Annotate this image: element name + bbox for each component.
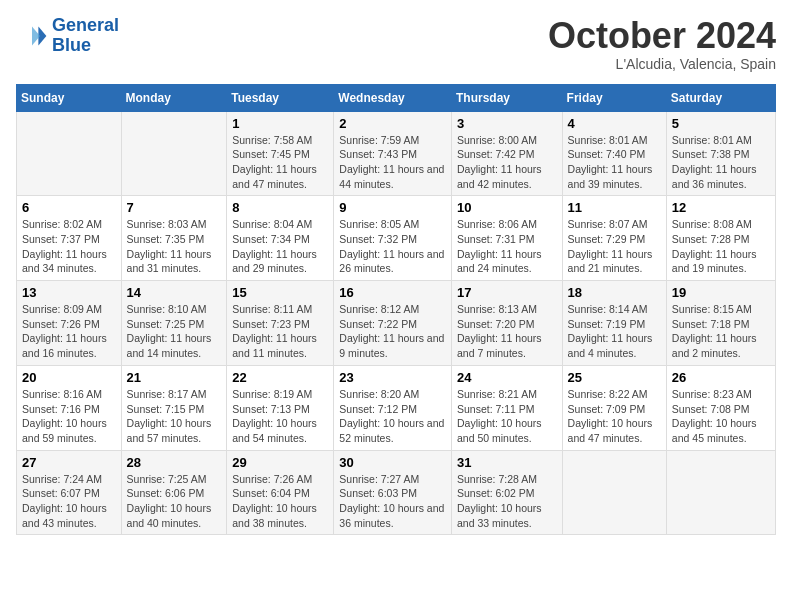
- calendar-table: SundayMondayTuesdayWednesdayThursdayFrid…: [16, 84, 776, 536]
- day-cell: 27 Sunrise: 7:24 AM Sunset: 6:07 PM Dayl…: [17, 450, 122, 535]
- day-cell: 26 Sunrise: 8:23 AM Sunset: 7:08 PM Dayl…: [666, 365, 775, 450]
- sunrise: Sunrise: 8:05 AM: [339, 217, 446, 232]
- day-number: 17: [457, 285, 557, 300]
- week-row-3: 13 Sunrise: 8:09 AM Sunset: 7:26 PM Dayl…: [17, 281, 776, 366]
- day-number: 15: [232, 285, 328, 300]
- sunset: Sunset: 7:22 PM: [339, 317, 446, 332]
- day-info: Sunrise: 8:01 AM Sunset: 7:38 PM Dayligh…: [672, 133, 770, 192]
- day-info: Sunrise: 7:59 AM Sunset: 7:43 PM Dayligh…: [339, 133, 446, 192]
- daylight: Daylight: 11 hours and 39 minutes.: [568, 162, 661, 191]
- daylight: Daylight: 11 hours and 9 minutes.: [339, 331, 446, 360]
- sunrise: Sunrise: 8:17 AM: [127, 387, 222, 402]
- sunrise: Sunrise: 8:03 AM: [127, 217, 222, 232]
- title-block: October 2024 L'Alcudia, Valencia, Spain: [548, 16, 776, 72]
- col-header-thursday: Thursday: [451, 84, 562, 111]
- day-cell: 16 Sunrise: 8:12 AM Sunset: 7:22 PM Dayl…: [334, 281, 452, 366]
- sunset: Sunset: 7:25 PM: [127, 317, 222, 332]
- logo-icon: [16, 20, 48, 52]
- daylight: Daylight: 10 hours and 52 minutes.: [339, 416, 446, 445]
- day-number: 1: [232, 116, 328, 131]
- calendar-header-row: SundayMondayTuesdayWednesdayThursdayFrid…: [17, 84, 776, 111]
- day-number: 24: [457, 370, 557, 385]
- day-number: 3: [457, 116, 557, 131]
- sunset: Sunset: 7:42 PM: [457, 147, 557, 162]
- daylight: Daylight: 11 hours and 16 minutes.: [22, 331, 116, 360]
- sunrise: Sunrise: 8:12 AM: [339, 302, 446, 317]
- day-cell: 6 Sunrise: 8:02 AM Sunset: 7:37 PM Dayli…: [17, 196, 122, 281]
- day-cell: [121, 111, 227, 196]
- sunrise: Sunrise: 8:08 AM: [672, 217, 770, 232]
- day-info: Sunrise: 7:58 AM Sunset: 7:45 PM Dayligh…: [232, 133, 328, 192]
- sunset: Sunset: 7:12 PM: [339, 402, 446, 417]
- day-number: 16: [339, 285, 446, 300]
- day-info: Sunrise: 8:07 AM Sunset: 7:29 PM Dayligh…: [568, 217, 661, 276]
- day-number: 4: [568, 116, 661, 131]
- sunset: Sunset: 7:43 PM: [339, 147, 446, 162]
- day-cell: 25 Sunrise: 8:22 AM Sunset: 7:09 PM Dayl…: [562, 365, 666, 450]
- sunrise: Sunrise: 8:22 AM: [568, 387, 661, 402]
- day-cell: [17, 111, 122, 196]
- sunrise: Sunrise: 8:01 AM: [568, 133, 661, 148]
- sunrise: Sunrise: 8:20 AM: [339, 387, 446, 402]
- sunrise: Sunrise: 8:23 AM: [672, 387, 770, 402]
- day-number: 12: [672, 200, 770, 215]
- daylight: Daylight: 11 hours and 14 minutes.: [127, 331, 222, 360]
- day-cell: 30 Sunrise: 7:27 AM Sunset: 6:03 PM Dayl…: [334, 450, 452, 535]
- day-info: Sunrise: 8:08 AM Sunset: 7:28 PM Dayligh…: [672, 217, 770, 276]
- day-number: 21: [127, 370, 222, 385]
- col-header-friday: Friday: [562, 84, 666, 111]
- day-info: Sunrise: 8:09 AM Sunset: 7:26 PM Dayligh…: [22, 302, 116, 361]
- day-info: Sunrise: 8:05 AM Sunset: 7:32 PM Dayligh…: [339, 217, 446, 276]
- col-header-sunday: Sunday: [17, 84, 122, 111]
- daylight: Daylight: 11 hours and 34 minutes.: [22, 247, 116, 276]
- day-cell: 7 Sunrise: 8:03 AM Sunset: 7:35 PM Dayli…: [121, 196, 227, 281]
- col-header-monday: Monday: [121, 84, 227, 111]
- day-cell: [666, 450, 775, 535]
- sunset: Sunset: 6:07 PM: [22, 486, 116, 501]
- sunset: Sunset: 6:03 PM: [339, 486, 446, 501]
- sunset: Sunset: 7:13 PM: [232, 402, 328, 417]
- sunset: Sunset: 7:11 PM: [457, 402, 557, 417]
- week-row-5: 27 Sunrise: 7:24 AM Sunset: 6:07 PM Dayl…: [17, 450, 776, 535]
- day-info: Sunrise: 7:26 AM Sunset: 6:04 PM Dayligh…: [232, 472, 328, 531]
- day-number: 20: [22, 370, 116, 385]
- day-info: Sunrise: 8:02 AM Sunset: 7:37 PM Dayligh…: [22, 217, 116, 276]
- sunrise: Sunrise: 8:01 AM: [672, 133, 770, 148]
- day-cell: 13 Sunrise: 8:09 AM Sunset: 7:26 PM Dayl…: [17, 281, 122, 366]
- day-info: Sunrise: 8:01 AM Sunset: 7:40 PM Dayligh…: [568, 133, 661, 192]
- daylight: Daylight: 11 hours and 7 minutes.: [457, 331, 557, 360]
- day-info: Sunrise: 8:00 AM Sunset: 7:42 PM Dayligh…: [457, 133, 557, 192]
- day-info: Sunrise: 8:22 AM Sunset: 7:09 PM Dayligh…: [568, 387, 661, 446]
- day-info: Sunrise: 8:17 AM Sunset: 7:15 PM Dayligh…: [127, 387, 222, 446]
- sunset: Sunset: 7:31 PM: [457, 232, 557, 247]
- day-cell: 22 Sunrise: 8:19 AM Sunset: 7:13 PM Dayl…: [227, 365, 334, 450]
- day-number: 13: [22, 285, 116, 300]
- daylight: Daylight: 11 hours and 24 minutes.: [457, 247, 557, 276]
- daylight: Daylight: 11 hours and 36 minutes.: [672, 162, 770, 191]
- day-cell: 11 Sunrise: 8:07 AM Sunset: 7:29 PM Dayl…: [562, 196, 666, 281]
- day-number: 22: [232, 370, 328, 385]
- day-number: 9: [339, 200, 446, 215]
- day-cell: 1 Sunrise: 7:58 AM Sunset: 7:45 PM Dayli…: [227, 111, 334, 196]
- sunset: Sunset: 7:40 PM: [568, 147, 661, 162]
- sunrise: Sunrise: 8:15 AM: [672, 302, 770, 317]
- day-number: 23: [339, 370, 446, 385]
- day-info: Sunrise: 8:14 AM Sunset: 7:19 PM Dayligh…: [568, 302, 661, 361]
- daylight: Daylight: 10 hours and 57 minutes.: [127, 416, 222, 445]
- daylight: Daylight: 11 hours and 44 minutes.: [339, 162, 446, 191]
- sunset: Sunset: 7:19 PM: [568, 317, 661, 332]
- sunset: Sunset: 7:45 PM: [232, 147, 328, 162]
- sunset: Sunset: 7:34 PM: [232, 232, 328, 247]
- col-header-tuesday: Tuesday: [227, 84, 334, 111]
- day-number: 25: [568, 370, 661, 385]
- week-row-1: 1 Sunrise: 7:58 AM Sunset: 7:45 PM Dayli…: [17, 111, 776, 196]
- day-cell: 3 Sunrise: 8:00 AM Sunset: 7:42 PM Dayli…: [451, 111, 562, 196]
- day-cell: 24 Sunrise: 8:21 AM Sunset: 7:11 PM Dayl…: [451, 365, 562, 450]
- sunrise: Sunrise: 7:24 AM: [22, 472, 116, 487]
- sunrise: Sunrise: 7:58 AM: [232, 133, 328, 148]
- sunset: Sunset: 7:35 PM: [127, 232, 222, 247]
- sunset: Sunset: 7:15 PM: [127, 402, 222, 417]
- day-number: 8: [232, 200, 328, 215]
- sunrise: Sunrise: 7:25 AM: [127, 472, 222, 487]
- sunset: Sunset: 7:09 PM: [568, 402, 661, 417]
